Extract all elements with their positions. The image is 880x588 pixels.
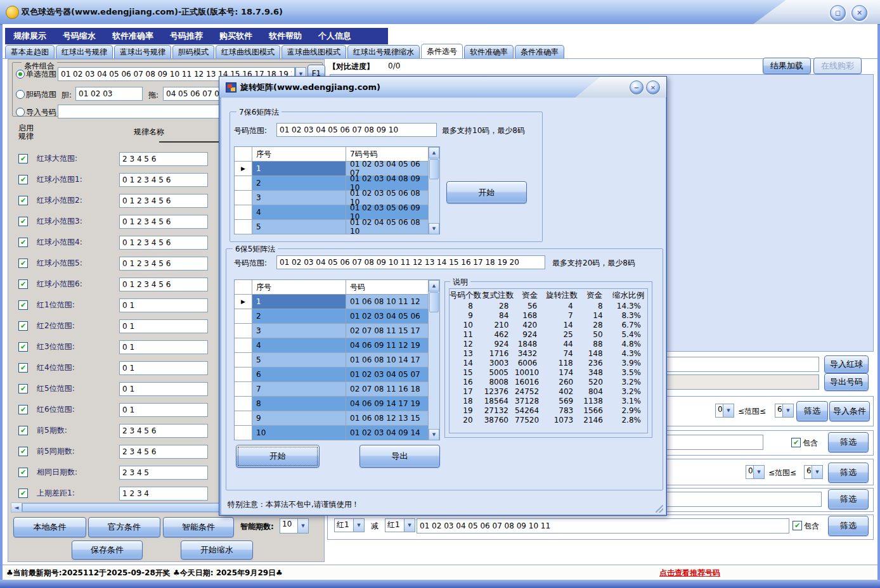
range-max-dropdown-2[interactable]: 6 ▼ [804,465,823,479]
scroll-down-icon[interactable]: ▼ [429,223,439,234]
filter-button-1[interactable]: 筛选 [796,401,828,421]
matrix76-range-input[interactable] [276,123,437,137]
rule-checkbox[interactable] [18,238,28,247]
tab-blue-curve[interactable]: 蓝球曲线图模式 [281,45,346,58]
import-numbers-radio[interactable] [16,108,25,117]
scroll-up-icon[interactable]: ▲ [429,280,439,291]
menu-item[interactable]: 号码缩水 [55,30,104,42]
import-conditions-button[interactable]: 导入条件 [829,401,870,421]
rule-value-input[interactable] [119,194,208,208]
chevron-down-icon[interactable]: ▼ [782,404,793,417]
rule-value-input[interactable] [119,466,208,480]
dialog-minimize-button[interactable]: − [630,80,644,94]
subtract-numbers-input[interactable] [417,518,789,534]
scroll-left-icon[interactable]: ◄ [11,503,22,512]
include-checkbox-2[interactable] [793,521,802,530]
buy-online-button[interactable]: 在线购彩 [813,58,862,74]
include-checkbox[interactable] [791,438,801,447]
save-conditions-button[interactable]: 保存条件 [72,540,143,559]
filter-button-5[interactable]: 筛选 [828,516,869,536]
rule-checkbox[interactable] [18,384,28,393]
range-min-dropdown-2[interactable]: 0 ▼ [746,465,765,479]
menu-item[interactable]: 购买软件 [211,30,261,42]
scroll-up-icon[interactable]: ▲ [429,147,439,158]
menu-item[interactable]: 软件准确率 [104,30,162,42]
recommend-numbers-link[interactable]: 点击查看推荐号码 [659,568,720,578]
rule-value-input[interactable] [119,257,208,271]
rule-checkbox[interactable] [18,363,28,373]
dialog-close-button[interactable]: ✕ [646,80,660,94]
range-max-dropdown[interactable]: 6 ▼ [775,404,794,418]
import-red-button[interactable]: 导入红球 [824,355,869,373]
table-row[interactable]: ▶ 4 04 06 09 11 12 19 [235,338,428,353]
chevron-down-icon[interactable]: ▼ [812,466,822,478]
table-vertical-scrollbar[interactable]: ▲ ▼ [428,147,439,234]
rule-checkbox[interactable] [18,405,28,414]
rule-value-input[interactable] [119,319,208,333]
filter-button-4[interactable]: 筛选 [828,489,869,509]
menu-item[interactable]: 软件帮助 [261,30,310,42]
rule-value-input[interactable] [119,487,208,501]
matrix65-start-button[interactable]: 开始 [236,445,320,468]
table-row[interactable]: ▶ 8 04 06 09 14 17 19 [235,397,428,411]
sub-left-dropdown[interactable]: 红1 ▼ [334,518,365,532]
table-row[interactable]: ▶ 5 01 02 04 05 06 08 10 [235,220,428,234]
rule-checkbox[interactable] [18,447,28,456]
start-shrink-button[interactable]: 开始缩水 [181,540,253,559]
menu-item[interactable]: 号码推荐 [162,30,211,42]
rule-checkbox[interactable] [18,321,28,331]
rule-value-input[interactable] [119,361,208,375]
matrix65-export-button[interactable]: 导出 [359,445,440,468]
table-row[interactable]: ▶ 10 01 02 03 04 09 14 [235,426,428,440]
table-row[interactable]: ▶ 3 02 07 08 11 15 17 [235,324,428,338]
rule-value-input[interactable] [119,215,208,229]
dan-range-radio[interactable] [16,90,25,99]
rule-value-input[interactable] [119,424,208,438]
table-row[interactable]: ▶ 6 01 02 03 04 05 07 [235,368,428,382]
rule-checkbox[interactable] [18,259,28,268]
chevron-down-icon[interactable]: ▼ [353,519,364,532]
tab-blue-rule[interactable]: 蓝球出号规律 [114,45,171,58]
rule-checkbox[interactable] [18,489,28,498]
tab-dan-mode[interactable]: 胆码模式 [172,45,214,58]
rule-checkbox[interactable] [18,175,28,184]
tab-basic-trend[interactable]: 基本走趋图 [5,45,55,58]
filter-button-2[interactable]: 筛选 [828,432,869,452]
rule-value-input[interactable] [119,382,208,396]
rule-checkbox[interactable] [18,300,28,310]
rule-checkbox[interactable] [18,196,28,205]
menu-item[interactable]: 个人信息 [310,30,359,42]
close-button[interactable]: ✕ [851,5,867,21]
matrix65-range-input[interactable] [276,255,545,269]
rule-value-input[interactable] [119,173,208,187]
scrollbar-thumb[interactable] [429,292,439,312]
scroll-down-icon[interactable]: ▼ [429,429,439,440]
tab-condition-accuracy[interactable]: 条件准确率 [515,45,564,58]
export-numbers-button[interactable]: 导出号码 [824,373,869,391]
matrix76-start-button[interactable]: 开始 [446,181,527,203]
filter-button-3[interactable]: 筛选 [828,463,869,483]
rule-checkbox[interactable] [18,426,28,435]
rule-checkbox[interactable] [18,468,28,477]
smart-periods-dropdown[interactable]: 10 ▼ [280,518,309,534]
menu-item[interactable]: 规律展示 [5,30,55,42]
rule-checkbox[interactable] [18,217,28,226]
dialog-resize-grip[interactable] [656,505,663,513]
scrollbar-thumb[interactable] [429,159,439,179]
official-conditions-button[interactable]: 官方条件 [88,517,160,537]
rule-value-input[interactable] [119,236,208,250]
rule-value-input[interactable] [119,445,208,459]
chevron-down-icon[interactable]: ▼ [404,519,415,532]
rule-checkbox[interactable] [18,279,28,289]
smart-conditions-button[interactable]: 智能条件 [163,517,234,537]
chevron-down-icon[interactable]: ▼ [723,404,734,417]
dan-input[interactable] [75,87,143,101]
rule-value-input[interactable] [119,152,208,166]
table-vertical-scrollbar[interactable]: ▲ ▼ [428,280,439,440]
rule-value-input[interactable] [119,403,208,417]
load-results-button[interactable]: 结果加载 [763,58,811,74]
rule-value-input[interactable] [119,298,208,312]
single-range-radio[interactable] [16,70,25,79]
chevron-down-icon[interactable]: ▼ [753,466,764,478]
table-row[interactable]: ▶ 2 01 02 03 04 05 06 [235,309,428,324]
